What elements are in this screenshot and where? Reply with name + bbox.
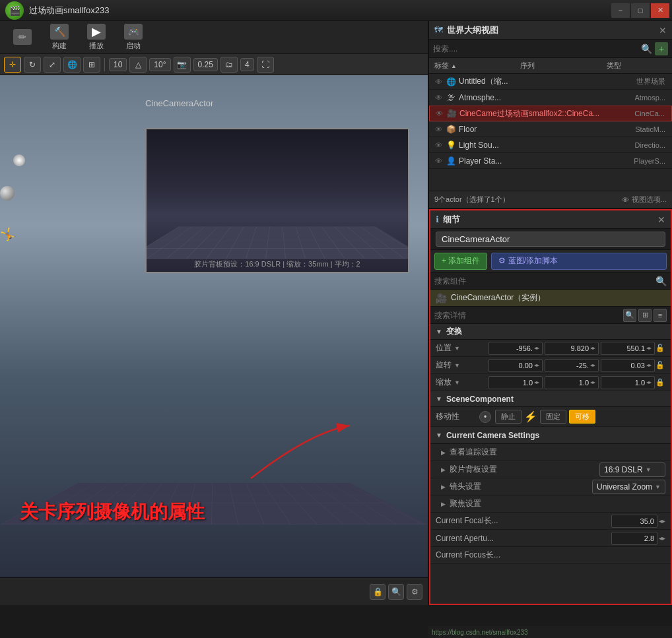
camera-btn[interactable]: 📷	[174, 57, 191, 73]
mobility-stationary[interactable]: 固定	[540, 410, 566, 424]
select-mode-btn[interactable]: ✛	[4, 57, 21, 73]
component-item[interactable]: 🎥 CineCameraActor（实例）	[430, 290, 671, 307]
position-z-input[interactable]: 550.1◂▸	[601, 342, 655, 355]
scale-x-input[interactable]: 1.0◂▸	[488, 376, 543, 389]
outline-row-1[interactable]: 👁 🌫 Atmosphe... Atmosp...	[429, 90, 672, 106]
look-track-row[interactable]: ▶ 查看追踪设置	[430, 444, 671, 461]
filmback-row[interactable]: ▶ 胶片背板设置 16:9 DSLR ▼	[430, 461, 671, 478]
launch-icon: 🎮	[124, 24, 143, 40]
scale-y-input[interactable]: 1.0◂▸	[545, 376, 599, 389]
filmback-arrow: ▶	[441, 466, 446, 473]
outline-footer-count: 9个actor（选择了1个）	[434, 195, 617, 205]
focal-length-expand-icon[interactable]: ◂▸	[659, 517, 665, 525]
filmback-value: 16:9 DSLR ▼	[599, 463, 665, 477]
add-component-button[interactable]: + 添加组件	[434, 253, 487, 270]
camera-preview-window[interactable]: 胶片背板预设：16:9 DSLR | 缩放：35mm | 平均：2	[145, 128, 409, 273]
action-buttons-row: + 添加组件 ⚙ 蓝图/添加脚本	[430, 250, 671, 272]
visibility-icon-2[interactable]: 👁	[432, 110, 446, 117]
launch-button[interactable]: 🎮 启动	[116, 23, 151, 52]
aperture-input[interactable]: 2.8	[611, 532, 657, 545]
fullscreen-btn[interactable]: ⛶	[257, 57, 274, 73]
row-type-3: StaticM...	[635, 125, 669, 133]
rotate-btn[interactable]: ↻	[24, 57, 41, 73]
filmback-dropdown[interactable]: 16:9 DSLR ▼	[599, 463, 665, 477]
details-options[interactable]: ≡	[654, 309, 667, 322]
component-item-icon: 🎥	[436, 293, 447, 303]
aperture-expand-icon[interactable]: ◂▸	[659, 534, 665, 542]
component-search-icon[interactable]: 🔍	[655, 276, 667, 286]
rotation-y-input[interactable]: -25.◂▸	[545, 359, 599, 372]
settings-btn-bottom[interactable]: ⚙	[407, 584, 422, 600]
rotation-x-input[interactable]: 0.00◂▸	[488, 359, 543, 372]
grid-size-display[interactable]: 10	[109, 58, 127, 71]
mobility-movable[interactable]: 可移	[569, 410, 595, 424]
details-search-input[interactable]	[434, 311, 621, 320]
visibility-icon-4[interactable]: 👁	[432, 141, 445, 149]
lens-row[interactable]: ▶ 镜头设置 Universal Zoom ▼	[430, 478, 671, 495]
search-btn-bottom[interactable]: 🔍	[388, 584, 404, 600]
details-search-submit[interactable]: 🔍	[623, 309, 636, 322]
outline-add-btn[interactable]: +	[655, 42, 668, 55]
layers-display[interactable]: 4	[240, 58, 254, 71]
outline-view-options[interactable]: 👁 视图选项...	[622, 195, 667, 205]
outline-search-input[interactable]	[433, 44, 638, 53]
outline-row-0[interactable]: 👁 🌐 Untitled（缩... 世界场景	[429, 74, 672, 90]
world-btn[interactable]: 🌐	[63, 57, 81, 73]
lens-dropdown[interactable]: Universal Zoom ▼	[592, 480, 665, 494]
details-panel-close[interactable]: ✕	[657, 214, 665, 225]
position-lock-icon[interactable]: 🔓	[655, 344, 665, 352]
transform-section-header[interactable]: ▼ 变换	[430, 324, 671, 340]
snap-btn[interactable]: ⊞	[83, 57, 100, 73]
aperture-row: Current Apertu... 2.8 ◂▸	[430, 530, 671, 547]
close-button[interactable]: ✕	[651, 3, 669, 18]
outline-row-2[interactable]: 👁 🎥 CineCame过场动画smallfox2::CineCa... Cin…	[429, 106, 672, 121]
minimize-button[interactable]: −	[611, 3, 630, 18]
play-button[interactable]: ▶ 播放	[79, 23, 114, 52]
rotation-values: 0.00◂▸ -25.◂▸ 0.03◂▸	[488, 359, 655, 372]
visibility-icon-5[interactable]: 👁	[432, 157, 445, 165]
build-button[interactable]: 🔨 构建	[42, 23, 77, 52]
scale-z-input[interactable]: 1.0◂▸	[601, 376, 655, 389]
lock-btn[interactable]: 🔒	[370, 584, 386, 600]
rotation-z-input[interactable]: 0.03◂▸	[601, 359, 655, 372]
mobility-static[interactable]: 静止	[495, 410, 521, 424]
outline-row-3[interactable]: 👁 📦 Floor StaticM...	[429, 121, 672, 137]
outline-search-icon[interactable]: 🔍	[641, 44, 652, 54]
details-grid-view[interactable]: ⊞	[638, 309, 652, 322]
component-search-input[interactable]	[434, 276, 653, 286]
outline-panel-close[interactable]: ✕	[659, 25, 667, 36]
scale-lock-icon[interactable]: 🔒	[655, 378, 665, 387]
camera-preview-info: 胶片背板预设：16:9 DSLR | 缩放：35mm | 平均：2	[194, 259, 360, 269]
terrain-btn[interactable]: △	[129, 57, 147, 73]
col-label: 标签 ▲	[429, 61, 515, 71]
draw-button[interactable]: ✏	[5, 23, 40, 52]
position-values: -956.◂▸ 9.820◂▸ 550.1◂▸	[488, 342, 655, 355]
rotation-lock-icon[interactable]: 🔓	[655, 361, 665, 369]
row-type-5: PlayerS...	[634, 157, 669, 165]
focal-length-input[interactable]: 35.0	[611, 515, 657, 528]
actor-name-input[interactable]	[436, 232, 665, 247]
mobility-dot-btn[interactable]: •	[479, 411, 491, 423]
focus-row[interactable]: ▶ 聚焦设置	[430, 495, 671, 513]
viewport-canvas[interactable]: 🤸 CineCameraActor 胶片背板预设：16:9 DSLR | 缩放：…	[0, 75, 428, 577]
layers-btn[interactable]: 🗂	[220, 57, 238, 73]
scale-btn[interactable]: ⤢	[44, 57, 61, 73]
url-text: https://blog.csdn.net/smallfox233	[432, 629, 528, 636]
position-x-input[interactable]: -956.◂▸	[488, 342, 543, 355]
visibility-icon-3[interactable]: 👁	[432, 125, 445, 133]
blueprint-button[interactable]: ⚙ 蓝图/添加脚本	[491, 253, 667, 270]
mobility-label: 移动性	[436, 411, 475, 422]
scene-component-section-header[interactable]: ▼ SceneComponent	[430, 391, 671, 407]
scale-display[interactable]: 0.25	[193, 58, 218, 71]
maximize-button[interactable]: □	[631, 3, 650, 18]
camera-settings-section-header[interactable]: ▼ Current Camera Settings	[430, 427, 671, 444]
position-y-input[interactable]: 9.820◂▸	[545, 342, 599, 355]
angle-display[interactable]: 10°	[149, 58, 170, 71]
outline-row-5[interactable]: 👁 👤 Player Sta... PlayerS...	[429, 153, 672, 169]
focus-arrow: ▶	[441, 501, 446, 507]
visibility-icon-1[interactable]: 👁	[432, 94, 445, 102]
visibility-icon-0[interactable]: 👁	[432, 78, 445, 86]
current-focus-row: Current Focus长...	[430, 547, 671, 564]
outline-row-4[interactable]: 👁 💡 Light Sou... Directio...	[429, 137, 672, 153]
actor-name-row	[430, 229, 671, 250]
